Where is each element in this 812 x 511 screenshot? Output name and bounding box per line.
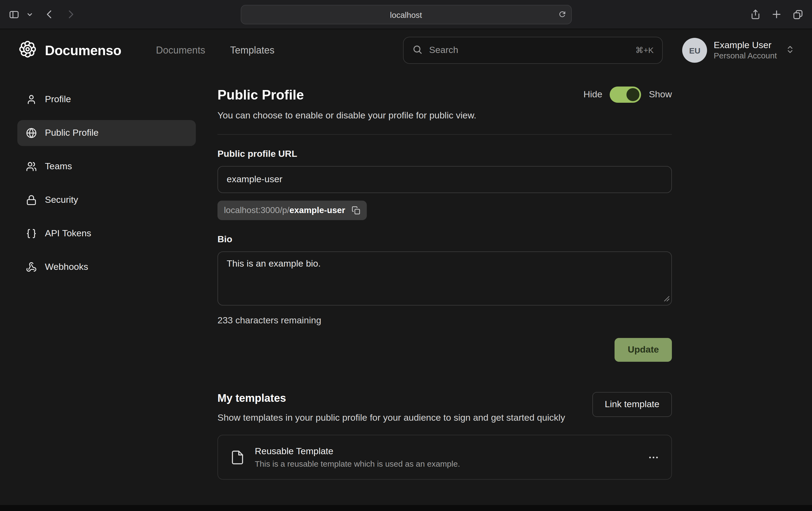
users-icon xyxy=(26,161,37,172)
account-menu[interactable]: EU Example User Personal Account xyxy=(683,38,795,63)
tab-group-chevron-icon[interactable] xyxy=(27,11,32,17)
divider xyxy=(218,134,672,134)
visibility-control: Hide Show xyxy=(583,87,672,103)
reload-icon[interactable] xyxy=(558,11,566,19)
public-profile-url-input[interactable] xyxy=(218,166,672,193)
top-nav: Documents Templates xyxy=(156,44,274,56)
template-description: This is a reusable template which is use… xyxy=(255,459,460,469)
sidebar-toggle-icon[interactable] xyxy=(9,9,20,20)
webhook-icon xyxy=(26,262,37,273)
screen: localhost xyxy=(0,0,812,511)
account-type: Personal Account xyxy=(714,51,777,61)
link-template-button[interactable]: Link template xyxy=(592,392,672,417)
sidebar-item-label: Public Profile xyxy=(45,128,98,139)
lock-icon xyxy=(26,195,37,206)
ellipsis-icon[interactable] xyxy=(647,452,660,463)
sidebar-item-public-profile[interactable]: Public Profile xyxy=(17,120,196,146)
url-preview-slug: example-user xyxy=(289,206,345,215)
sidebar-item-label: Profile xyxy=(45,94,71,105)
main-panel: Public Profile Hide Show You can choose … xyxy=(218,87,672,480)
template-name: Reusable Template xyxy=(255,446,460,457)
template-card: Reusable Template This is a reusable tem… xyxy=(218,435,672,480)
bio-textarea[interactable]: This is an example bio. xyxy=(218,251,672,305)
share-icon[interactable] xyxy=(750,9,761,20)
sidebar-item-profile[interactable]: Profile xyxy=(17,87,196,113)
search-shortcut: ⌘+K xyxy=(635,46,654,55)
sidebar-item-teams[interactable]: Teams xyxy=(17,154,196,180)
toggle-knob xyxy=(627,88,640,101)
update-button[interactable]: Update xyxy=(615,338,672,362)
brand[interactable]: Documenso xyxy=(17,39,121,62)
user-icon xyxy=(26,94,37,105)
page-title: Public Profile xyxy=(218,87,304,102)
sidebar-item-label: API Tokens xyxy=(45,228,91,239)
hide-label: Hide xyxy=(583,89,602,100)
search-icon xyxy=(412,44,423,57)
url-preview-chip: localhost:3000/p/example-user xyxy=(218,201,367,220)
address-bar-text: localhost xyxy=(390,10,422,19)
back-icon[interactable] xyxy=(45,9,55,20)
documenso-logo-icon xyxy=(17,39,38,62)
braces-icon xyxy=(26,228,37,239)
sidebar-item-security[interactable]: Security xyxy=(17,187,196,213)
content: Profile Public Profile Teams Security xyxy=(0,71,812,480)
globe-icon xyxy=(26,128,37,139)
sidebar-item-label: Teams xyxy=(45,161,72,172)
resize-handle-icon[interactable] xyxy=(664,294,670,304)
window-bottom-edge xyxy=(0,505,812,511)
my-templates-description: Show templates in your public profile fo… xyxy=(218,411,565,425)
characters-remaining: 233 characters remaining xyxy=(218,315,672,326)
bio-field-label: Bio xyxy=(218,234,672,245)
url-field-label: Public profile URL xyxy=(218,149,672,159)
show-label: Show xyxy=(649,89,672,100)
forward-icon xyxy=(65,9,76,20)
chevrons-up-down-icon xyxy=(785,44,795,56)
copy-icon[interactable] xyxy=(352,206,360,215)
brand-name: Documenso xyxy=(45,42,121,58)
app-header: Documenso Documents Templates Search ⌘+K… xyxy=(0,29,812,71)
new-tab-icon[interactable] xyxy=(772,9,782,20)
profile-visibility-toggle[interactable] xyxy=(610,87,641,103)
file-icon xyxy=(230,449,245,466)
browser-chrome: localhost xyxy=(0,0,812,29)
sidebar-item-label: Security xyxy=(45,195,78,206)
my-templates-title: My templates xyxy=(218,392,565,404)
account-name: Example User xyxy=(714,39,777,51)
search-label: Search xyxy=(429,45,459,56)
page-subtitle: You can choose to enable or disable your… xyxy=(218,110,672,121)
sidebar-item-api-tokens[interactable]: API Tokens xyxy=(17,221,196,247)
search-bar[interactable]: Search ⌘+K xyxy=(403,37,663,64)
url-preview-text: localhost:3000/p/example-user xyxy=(224,206,345,215)
settings-sidebar: Profile Public Profile Teams Security xyxy=(17,87,196,480)
sidebar-item-label: Webhooks xyxy=(45,262,88,273)
nav-documents[interactable]: Documents xyxy=(156,44,205,56)
tab-overview-icon[interactable] xyxy=(792,9,803,20)
avatar: EU xyxy=(683,38,707,63)
sidebar-item-webhooks[interactable]: Webhooks xyxy=(17,254,196,280)
address-bar[interactable]: localhost xyxy=(240,5,572,24)
nav-templates[interactable]: Templates xyxy=(230,44,274,56)
